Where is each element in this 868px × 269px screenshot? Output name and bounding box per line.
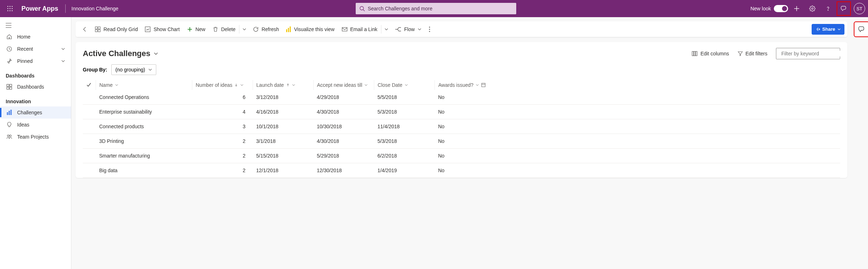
sidebar-item-home[interactable]: Home xyxy=(0,31,71,43)
column-header-ideas[interactable]: Number of ideas xyxy=(192,80,253,90)
copilot-button[interactable] xyxy=(837,1,851,16)
cell-launch: 3/12/2018 xyxy=(253,90,313,105)
svg-rect-29 xyxy=(98,27,100,29)
home-icon xyxy=(6,33,13,40)
sidebar-collapse-button[interactable] xyxy=(0,20,71,31)
chevron-down-icon xyxy=(405,83,408,87)
brand-name[interactable]: Power Apps xyxy=(17,5,62,13)
sidebar-item-ideas[interactable]: Ideas xyxy=(0,119,71,131)
svg-point-5 xyxy=(12,8,13,9)
command-overflow-button[interactable] xyxy=(425,26,434,32)
group-by-select[interactable]: (no grouping) xyxy=(111,64,156,75)
visualize-button[interactable]: Visualize this view xyxy=(283,24,338,35)
sidebar-item-challenges[interactable]: Challenges xyxy=(0,106,71,119)
table-row[interactable]: Connected Operations63/12/20184/29/20185… xyxy=(83,90,840,105)
svg-rect-42 xyxy=(692,51,694,56)
email-link-button[interactable]: Email a Link xyxy=(338,24,381,35)
cell-accept: 12/30/2018 xyxy=(313,163,374,178)
app-launcher-icon[interactable] xyxy=(3,1,17,16)
global-search[interactable] xyxy=(356,3,516,14)
column-header-name[interactable]: Name xyxy=(96,80,192,90)
cell-launch: 12/1/2018 xyxy=(253,163,313,178)
svg-point-0 xyxy=(7,6,9,7)
cell-ideas: 6 xyxy=(192,90,253,105)
team-icon xyxy=(6,133,13,140)
delete-split-button[interactable] xyxy=(239,25,249,34)
group-by-value: (no grouping) xyxy=(115,67,145,73)
cell-accept: 10/30/2018 xyxy=(313,119,374,134)
new-button[interactable]: New xyxy=(183,24,209,35)
chevron-down-icon xyxy=(153,51,158,56)
column-overflow-icon[interactable] xyxy=(481,83,486,87)
cell-accept: 5/29/2018 xyxy=(313,149,374,163)
share-button[interactable]: Share xyxy=(812,24,844,35)
sidebar-item-dashboards[interactable]: Dashboards xyxy=(0,81,71,93)
column-select-all[interactable] xyxy=(83,80,96,90)
table-row[interactable]: Smarter manufacturing25/15/20185/29/2018… xyxy=(83,149,840,163)
flow-button[interactable]: Flow xyxy=(391,24,426,35)
edit-filters-button[interactable]: Edit filters xyxy=(738,51,767,56)
cell-name[interactable]: Smarter manufacturing xyxy=(96,149,192,163)
table-row[interactable]: Connected products310/1/201810/30/201811… xyxy=(83,119,840,134)
global-search-input[interactable] xyxy=(368,6,513,11)
column-header-launch[interactable]: Launch date xyxy=(253,80,313,90)
command-label: Flow xyxy=(404,26,415,32)
cell-name[interactable]: Connected Operations xyxy=(96,90,192,105)
email-split-button[interactable] xyxy=(381,25,391,34)
svg-rect-24 xyxy=(9,111,10,115)
delete-button[interactable]: Delete xyxy=(209,24,239,35)
svg-rect-47 xyxy=(482,83,485,87)
cell-ideas: 4 xyxy=(192,105,253,119)
chevron-down-icon xyxy=(61,47,65,51)
svg-point-2 xyxy=(12,6,13,7)
keyword-filter-input[interactable] xyxy=(781,51,844,56)
show-chart-button[interactable]: Show Chart xyxy=(141,24,183,35)
table-row[interactable]: 3D Printing23/1/20184/30/20185/3/2018No xyxy=(83,134,840,149)
svg-point-3 xyxy=(7,8,9,9)
settings-button[interactable] xyxy=(805,1,819,16)
back-button[interactable] xyxy=(78,24,91,35)
clock-icon xyxy=(6,45,13,53)
chevron-down-icon xyxy=(292,83,295,87)
add-button[interactable] xyxy=(790,1,804,16)
svg-point-9 xyxy=(360,6,364,10)
cell-awards: No xyxy=(435,119,840,134)
table-row[interactable]: Big data212/1/201812/30/20181/4/2019No xyxy=(83,163,840,178)
read-only-grid-button[interactable]: Read Only Grid xyxy=(91,24,141,35)
new-look-toggle[interactable] xyxy=(774,5,788,12)
command-label: Email a Link xyxy=(350,26,377,32)
cell-name[interactable]: Big data xyxy=(96,163,192,178)
cell-close: 5/3/2018 xyxy=(374,134,435,149)
view-selector[interactable]: Active Challenges xyxy=(83,49,158,58)
edit-columns-button[interactable]: Edit columns xyxy=(692,51,729,56)
column-header-close[interactable]: Close Date xyxy=(374,80,435,90)
sidebar-item-label: Challenges xyxy=(17,110,42,115)
sidebar-item-pinned[interactable]: Pinned xyxy=(0,55,71,67)
user-avatar[interactable]: ST xyxy=(854,3,865,14)
cell-accept: 4/29/2018 xyxy=(313,90,374,105)
svg-rect-38 xyxy=(342,28,347,31)
copilot-pane-button[interactable] xyxy=(854,21,868,37)
help-button[interactable] xyxy=(821,1,835,16)
command-label: Share xyxy=(822,26,835,32)
column-header-accept[interactable]: Accept new ideas till xyxy=(313,80,374,90)
sidebar-item-label: Dashboards xyxy=(17,84,44,90)
svg-point-4 xyxy=(10,8,11,9)
app-name[interactable]: Innovation Challenge xyxy=(68,6,121,11)
column-header-awards[interactable]: Awards issued? xyxy=(435,80,840,90)
cell-name[interactable]: Enterprise sustainability xyxy=(96,105,192,119)
cell-name[interactable]: Connected products xyxy=(96,119,192,134)
chevron-down-icon xyxy=(240,83,244,87)
svg-point-39 xyxy=(429,26,430,28)
sidebar-section-innovation: Innovation xyxy=(0,93,71,106)
keyword-filter[interactable] xyxy=(776,48,840,59)
table-row[interactable]: Enterprise sustainability44/16/20184/30/… xyxy=(83,105,840,119)
command-label: Refresh xyxy=(262,26,279,32)
refresh-button[interactable]: Refresh xyxy=(249,24,283,35)
cell-name[interactable]: 3D Printing xyxy=(96,134,192,149)
sidebar-item-team-projects[interactable]: Team Projects xyxy=(0,131,71,143)
svg-rect-21 xyxy=(7,87,9,89)
svg-rect-20 xyxy=(10,84,12,86)
sidebar-item-label: Home xyxy=(17,34,30,40)
sidebar-item-recent[interactable]: Recent xyxy=(0,43,71,55)
